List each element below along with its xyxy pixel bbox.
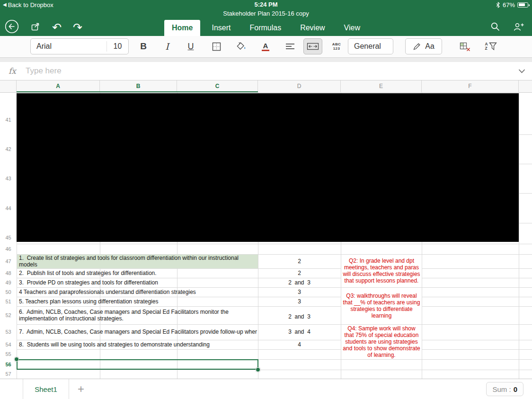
font-color-button[interactable]: A bbox=[257, 38, 274, 54]
font-size-value[interactable]: 10 bbox=[106, 41, 128, 52]
column-header-b[interactable]: B bbox=[100, 80, 177, 92]
font-selector[interactable]: Arial 10 bbox=[30, 38, 129, 54]
timing-cell-row53[interactable]: 3 and 4 bbox=[258, 324, 340, 340]
note-cell-q3[interactable]: Q3: walkthroughs will reveal that __% of… bbox=[341, 288, 422, 324]
task-cell-row51[interactable]: 5. Teachers plan lessons using different… bbox=[19, 297, 257, 306]
sheet-tab-sheet1[interactable]: Sheet1 bbox=[23, 379, 69, 399]
search-icon bbox=[490, 22, 500, 32]
row-header-43[interactable]: 43 bbox=[0, 174, 17, 183]
selection-handle-top-left[interactable] bbox=[14, 357, 19, 362]
clock: 5:24 PM bbox=[0, 0, 532, 9]
tab-review[interactable]: Review bbox=[293, 20, 332, 36]
column-header-e[interactable]: E bbox=[341, 80, 422, 92]
filter-funnel-icon bbox=[489, 42, 497, 51]
borders-icon bbox=[212, 42, 221, 51]
underline-glyph: U bbox=[188, 42, 194, 52]
bold-glyph: B bbox=[140, 41, 147, 52]
timing-cell-row48[interactable]: 2 bbox=[258, 268, 340, 278]
cell-styles-button[interactable]: Aa bbox=[405, 38, 442, 54]
app-header: ◀ Back to Dropbox 5:24 PM 67% Stakeholde… bbox=[0, 0, 532, 36]
italic-glyph: I bbox=[165, 41, 169, 52]
selected-columns-underline bbox=[17, 91, 258, 92]
select-all-corner[interactable] bbox=[0, 80, 17, 92]
toolbar-divider-band bbox=[0, 58, 532, 62]
formula-input[interactable] bbox=[26, 62, 511, 80]
ios-status-bar: ◀ Back to Dropbox 5:24 PM 67% bbox=[0, 0, 532, 9]
row-header-45[interactable]: 45 bbox=[0, 233, 17, 242]
insert-delete-cells-button[interactable] bbox=[455, 38, 474, 54]
123-label: 123 bbox=[333, 46, 340, 51]
merge-center-button[interactable] bbox=[303, 38, 322, 54]
note-cell-q4[interactable]: Q4: Sample work will show that 75% of sp… bbox=[341, 325, 422, 359]
fx-icon: fx bbox=[9, 66, 26, 76]
abc123-icon: ABC 123 bbox=[332, 42, 341, 51]
excel-ipad-app: ◀ Back to Dropbox 5:24 PM 67% Stakeholde… bbox=[0, 0, 532, 399]
fill-color-button[interactable] bbox=[233, 38, 249, 54]
borders-button[interactable] bbox=[208, 38, 224, 54]
formula-bar-expand-button[interactable] bbox=[511, 62, 532, 80]
row-header-41[interactable]: 41 bbox=[0, 115, 17, 124]
task-cell-row52[interactable]: 6. Admin, NCLB, Coaches, Case managers a… bbox=[19, 306, 257, 324]
row-header-49[interactable]: 49 bbox=[0, 278, 17, 287]
share-with-people-button[interactable] bbox=[513, 22, 524, 34]
tab-home[interactable]: Home bbox=[164, 20, 200, 36]
blacked-out-cells-region[interactable] bbox=[17, 93, 519, 242]
sum-label: Sum : bbox=[492, 385, 511, 393]
battery-nub bbox=[529, 4, 530, 7]
row-header-46[interactable]: 46 bbox=[0, 245, 17, 253]
task-cell-row47[interactable]: 1. Create list of strategies and tools f… bbox=[19, 255, 257, 268]
row-header-54[interactable]: 54 bbox=[0, 340, 17, 349]
timing-cell-row50[interactable]: 3 bbox=[258, 287, 340, 297]
timing-cell-row52[interactable]: 2 and 3 bbox=[258, 306, 340, 324]
add-sheet-button[interactable]: + bbox=[69, 379, 93, 399]
underline-button[interactable]: U bbox=[184, 38, 198, 54]
row-header-57[interactable]: 57 bbox=[0, 370, 17, 378]
number-format-value: General bbox=[348, 42, 393, 51]
sheet-bar: Sheet1 + Sum : 0 bbox=[0, 379, 532, 399]
selection-handle-bottom-right[interactable] bbox=[256, 367, 260, 372]
cell-selection-a56-c56[interactable] bbox=[17, 359, 258, 370]
row-header-42[interactable]: 42 bbox=[0, 145, 17, 153]
timing-cell-row54[interactable]: 4 bbox=[258, 340, 340, 349]
task-cell-row54[interactable]: 8. Students will be using tools and stra… bbox=[19, 340, 257, 349]
merge-cells-icon bbox=[307, 42, 319, 51]
formatting-toolbar: Arial 10 B I U A ABC 123 General bbox=[0, 36, 532, 58]
spreadsheet-grid[interactable]: 41 42 43 44 45 46 47 48 49 50 51 52 53 5… bbox=[0, 93, 532, 379]
task-cell-row49[interactable]: 3. Provide PD on strategies and tools fo… bbox=[19, 278, 257, 287]
column-header-d[interactable]: D bbox=[258, 80, 341, 92]
tab-formulas[interactable]: Formulas bbox=[242, 20, 289, 36]
column-header-f[interactable]: F bbox=[422, 80, 519, 92]
column-header-c[interactable]: C bbox=[177, 80, 258, 92]
row-header-50[interactable]: 50 bbox=[0, 288, 17, 296]
italic-button[interactable]: I bbox=[160, 38, 174, 54]
column-header-a[interactable]: A bbox=[17, 80, 100, 92]
search-button[interactable] bbox=[490, 22, 500, 34]
tab-view[interactable]: View bbox=[337, 20, 368, 36]
ribbon-tabs: Home Insert Formulas Review View bbox=[0, 20, 532, 36]
row-header-52[interactable]: 52 bbox=[0, 311, 17, 319]
sum-indicator[interactable]: Sum : 0 bbox=[486, 382, 523, 396]
task-cell-row50[interactable]: 4 Teachers and paraprofessionals underst… bbox=[19, 287, 257, 297]
number-format-selector[interactable]: General bbox=[348, 38, 393, 54]
task-cell-row48[interactable]: 2. Publish list of tools and strategies … bbox=[19, 268, 257, 278]
alignment-button[interactable] bbox=[282, 38, 298, 54]
task-cell-row53[interactable]: 7. Admin, NCLB, Coaches, Case managers a… bbox=[19, 324, 257, 340]
row-header-56-selected[interactable]: 56 bbox=[0, 360, 17, 369]
row-header-51[interactable]: 51 bbox=[0, 297, 17, 306]
row-header-48[interactable]: 48 bbox=[0, 269, 17, 277]
row-header-53[interactable]: 53 bbox=[0, 328, 17, 336]
tab-insert[interactable]: Insert bbox=[204, 20, 238, 36]
timing-cell-row51[interactable]: 3 bbox=[258, 297, 340, 306]
sort-filter-button[interactable]: A Z bbox=[480, 38, 502, 54]
font-name-value[interactable]: Arial bbox=[31, 42, 106, 51]
timing-cell-row47[interactable]: 2 bbox=[258, 255, 340, 268]
bold-button[interactable]: B bbox=[136, 38, 151, 54]
row-header-55[interactable]: 55 bbox=[0, 350, 17, 358]
battery-icon bbox=[517, 2, 528, 8]
note-cell-q2[interactable]: Q2: In grade level and dpt meetings, tea… bbox=[341, 255, 422, 287]
row-header-44[interactable]: 44 bbox=[0, 204, 17, 213]
row-header-47[interactable]: 47 bbox=[0, 257, 17, 266]
timing-cell-row49[interactable]: 2 and 3 bbox=[258, 278, 340, 287]
number-format-button[interactable]: ABC 123 bbox=[328, 38, 346, 54]
font-color-letter: A bbox=[263, 42, 268, 49]
